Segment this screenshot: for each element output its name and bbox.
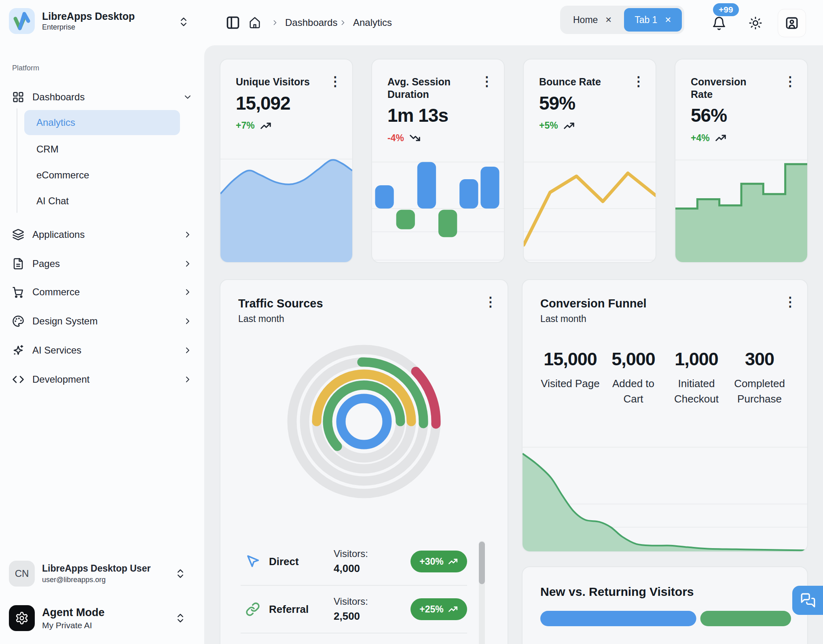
conversion-funnel-card: Conversion Funnel Last month ⋮ 15,000Vis… bbox=[522, 279, 808, 552]
sparkline-area-chart bbox=[220, 157, 352, 262]
chevron-right-icon bbox=[183, 230, 193, 239]
sidebar-item-label: Dashboards bbox=[32, 91, 175, 103]
card-title: New vs. Returning Visitors bbox=[523, 567, 807, 599]
nav-guide-line bbox=[17, 108, 17, 213]
source-visitors: Visitors:4,000 bbox=[334, 547, 368, 576]
main-content: Unique Visitors ⋮ 15,092 +7% Avg. Sessio… bbox=[204, 45, 823, 644]
chevron-right-icon bbox=[183, 375, 193, 384]
kpi-card-unique-visitors: Unique Visitors ⋮ 15,092 +7% bbox=[220, 59, 353, 263]
sidebar-item-label: Commerce bbox=[32, 286, 175, 298]
kpi-value: 56% bbox=[675, 100, 807, 126]
delta-badge: +30% bbox=[410, 551, 467, 572]
kebab-menu-icon[interactable]: ⋮ bbox=[784, 75, 797, 88]
trending-up-icon bbox=[260, 120, 272, 132]
sidebar-toggle-icon[interactable] bbox=[226, 15, 240, 30]
breadcrumb-separator bbox=[339, 0, 347, 45]
kpi-value: 15,092 bbox=[220, 88, 352, 114]
tab-label: Tab 1 bbox=[635, 15, 657, 25]
agent-mode-title: Agent Mode bbox=[42, 606, 167, 619]
sidebar-item-development[interactable]: Development bbox=[6, 368, 193, 391]
kpi-delta: +4% bbox=[675, 126, 807, 144]
chevron-down-icon bbox=[183, 92, 193, 102]
sidebar-item-ecommerce[interactable]: eCommerce bbox=[24, 163, 180, 188]
scrollbar-thumb[interactable] bbox=[479, 542, 485, 584]
trending-up-icon bbox=[563, 120, 575, 132]
theme-toggle-sun-icon[interactable] bbox=[749, 16, 762, 30]
sidebar-item-label: AI Services bbox=[32, 345, 175, 356]
tab-label: Home bbox=[573, 15, 598, 25]
scrollbar[interactable] bbox=[479, 541, 485, 644]
chevron-right-icon bbox=[183, 345, 193, 355]
kebab-menu-icon[interactable]: ⋮ bbox=[784, 295, 797, 308]
sidebar-item-ai-chat[interactable]: AI Chat bbox=[24, 189, 180, 214]
breadcrumb-dashboards[interactable]: Dashboards bbox=[285, 0, 337, 45]
account-button[interactable] bbox=[778, 9, 806, 37]
radial-chart bbox=[220, 328, 508, 535]
app-edition: Enterprise bbox=[42, 23, 135, 32]
kpi-value: 1m 13s bbox=[372, 100, 504, 126]
chevron-right-icon bbox=[183, 287, 193, 297]
funnel-stage: 300Completed Purchase bbox=[728, 349, 791, 407]
app-brand[interactable]: LibreApps Desktop Enterprise bbox=[9, 8, 135, 34]
sidebar-item-pages[interactable]: Pages bbox=[6, 252, 193, 275]
gear-icon bbox=[9, 605, 35, 631]
user-name: LibreApps Desktop User bbox=[42, 563, 167, 574]
palette-icon bbox=[12, 315, 24, 327]
chevrons-up-down-icon bbox=[175, 612, 186, 624]
sidebar-item-label: Development bbox=[32, 374, 175, 385]
layers-icon bbox=[12, 229, 24, 241]
sparkline-line-chart bbox=[524, 161, 656, 262]
breadcrumb-analytics[interactable]: Analytics bbox=[353, 0, 392, 45]
chat-button[interactable] bbox=[792, 586, 823, 615]
agent-mode-subtitle: My Private AI bbox=[42, 621, 167, 630]
user-account-button[interactable]: CN LibreApps Desktop User user@libreapps… bbox=[9, 561, 196, 587]
close-icon[interactable]: ✕ bbox=[664, 15, 671, 25]
sidebar-item-dashboards[interactable]: Dashboards bbox=[6, 86, 193, 108]
chevrons-up-down-icon bbox=[175, 568, 186, 579]
link-icon bbox=[245, 602, 260, 616]
user-email: user@libreapps.org bbox=[42, 576, 167, 584]
source-label: Referral bbox=[269, 603, 334, 616]
card-subtitle: Last month bbox=[523, 310, 807, 324]
chevron-right-icon bbox=[183, 259, 193, 269]
kpi-card-bounce-rate: Bounce Rate ⋮ 59% +5% bbox=[523, 59, 656, 263]
kebab-menu-icon[interactable]: ⋮ bbox=[480, 75, 493, 88]
subnav-label: CRM bbox=[36, 144, 59, 155]
sidebar-item-label: Design System bbox=[32, 316, 175, 327]
code-icon bbox=[12, 373, 24, 386]
delta-badge: +25% bbox=[410, 598, 467, 620]
sidebar-item-design-system[interactable]: Design System bbox=[6, 310, 193, 333]
app-logo-icon bbox=[9, 8, 35, 34]
tab-strip: Home ✕ Tab 1 ✕ bbox=[560, 6, 684, 34]
sidebar-item-label: Applications bbox=[32, 229, 175, 240]
agent-mode-button[interactable]: Agent Mode My Private AI bbox=[9, 605, 196, 631]
kpi-delta: -4% bbox=[372, 126, 504, 144]
kpi-delta: +5% bbox=[524, 114, 656, 132]
funnel-stats: 15,000Visited Page 5,000Added to Cart 1,… bbox=[539, 349, 791, 407]
sidebar-item-commerce[interactable]: Commerce bbox=[6, 281, 193, 303]
list-item-direct[interactable]: Direct Visitors:4,000 +30% bbox=[241, 538, 467, 585]
list-item-social[interactable]: Social Visitors: bbox=[241, 633, 467, 644]
breadcrumb-separator bbox=[271, 0, 279, 45]
document-icon bbox=[12, 258, 24, 270]
bell-icon[interactable] bbox=[712, 16, 726, 31]
sidebar-item-analytics[interactable]: Analytics bbox=[24, 110, 180, 135]
trending-up-icon bbox=[715, 132, 727, 144]
tab-home[interactable]: Home ✕ bbox=[563, 8, 622, 32]
kebab-menu-icon[interactable]: ⋮ bbox=[484, 295, 497, 308]
home-icon[interactable] bbox=[249, 17, 261, 29]
kpi-delta: +7% bbox=[220, 114, 352, 132]
tab-1[interactable]: Tab 1 ✕ bbox=[624, 8, 682, 32]
sidebar-item-crm[interactable]: CRM bbox=[24, 137, 180, 162]
kebab-menu-icon[interactable]: ⋮ bbox=[632, 75, 645, 88]
traffic-legend: Direct Visitors:4,000 +30% Referral Visi… bbox=[241, 538, 467, 644]
list-item-referral[interactable]: Referral Visitors:2,500 +25% bbox=[241, 585, 467, 633]
cart-icon bbox=[12, 286, 24, 298]
sidebar-item-applications[interactable]: Applications bbox=[6, 223, 193, 246]
sidebar-switcher-chevrons-icon[interactable] bbox=[178, 16, 189, 28]
close-icon[interactable]: ✕ bbox=[605, 15, 612, 25]
sidebar-item-ai-services[interactable]: AI Services bbox=[6, 339, 193, 362]
kebab-menu-icon[interactable]: ⋮ bbox=[329, 75, 342, 88]
avatar: CN bbox=[9, 561, 35, 587]
trending-down-icon bbox=[409, 132, 421, 144]
